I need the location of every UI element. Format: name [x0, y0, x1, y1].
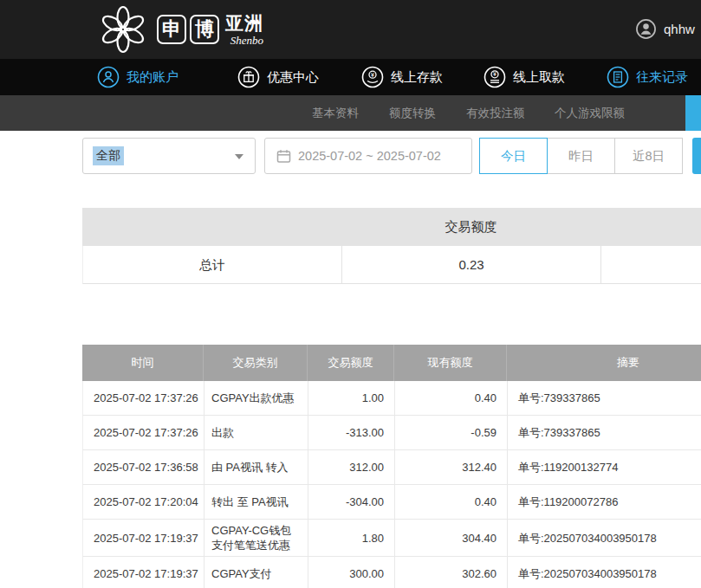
cell-type: 出款 [204, 416, 308, 449]
cell-time: 2025-07-02 17:37:26 [83, 381, 204, 415]
nav-item-label: 线上取款 [513, 69, 565, 86]
svg-text:¥: ¥ [371, 72, 374, 78]
cell-amount: 1.80 [308, 520, 395, 556]
column-header-time: 时间 [82, 345, 204, 381]
user-account[interactable]: qhhw [635, 18, 695, 40]
cell-note: 单号:119200072786 [508, 485, 701, 519]
cell-note: 单号:202507034003950178 [508, 557, 701, 588]
cell-note: 单号:202507034003950178 [508, 520, 701, 556]
cell-type: CGPAY支付 [204, 557, 308, 588]
brand-text-block: 亚洲 Shenbo [225, 13, 263, 47]
calendar-icon [276, 149, 291, 164]
coin-hand-icon: ¥ [361, 66, 384, 88]
cell-type: 转出 至 PA视讯 [204, 485, 308, 519]
column-header-balance: 现有额度 [394, 345, 507, 381]
last-8-days-button[interactable]: 近8日 [614, 138, 683, 174]
subnav-active-tab-partial[interactable] [685, 95, 701, 131]
cell-type: CGPAY出款优惠 [204, 381, 308, 415]
cut-off-blue-button[interactable] [692, 138, 701, 174]
cell-time: 2025-07-02 17:37:26 [83, 416, 204, 449]
cell-time: 2025-07-02 17:20:04 [83, 485, 204, 519]
cell-type: 由 PA视讯 转入 [204, 450, 308, 484]
cell-note: 单号:119200132774 [508, 450, 701, 484]
brand-char-1: 申 [157, 15, 186, 44]
date-range-value: 2025-07-02 ~ 2025-07-02 [298, 139, 441, 173]
filter-bar: 全部 2025-07-02 ~ 2025-07-02 今日 昨日 近8日 [0, 131, 701, 183]
brand-romanized: Shenbo [230, 34, 263, 47]
yesterday-button[interactable]: 昨日 [547, 138, 615, 174]
cell-balance: 304.40 [395, 520, 508, 556]
subnav-item-credit-transfer[interactable]: 额度转换 [389, 95, 436, 131]
nav-item-my-account[interactable]: 我的账户 [97, 59, 178, 95]
table-row: 2025-07-02 17:20:04 转出 至 PA视讯 -304.00 0.… [82, 485, 701, 520]
summary-header-spacer [82, 208, 341, 246]
column-header-note: 摘要 [507, 345, 701, 381]
cell-amount: 312.00 [308, 450, 395, 484]
cell-amount: -313.00 [308, 416, 395, 449]
cell-amount: 1.00 [308, 381, 395, 415]
subnav-item-basic-info[interactable]: 基本资料 [312, 95, 359, 131]
table-row: 2025-07-02 17:37:26 CGPAY出款优惠 1.00 0.40 … [82, 381, 701, 416]
subnav-item-valid-bets[interactable]: 有效投注额 [466, 95, 525, 131]
chevron-down-icon [235, 154, 243, 159]
table-row: 2025-07-02 17:37:26 出款 -313.00 -0.59 单号:… [82, 416, 701, 450]
sub-nav: 基本资料 额度转换 有效投注额 个人游戏限额 [0, 95, 701, 131]
summary-header-spacer-right [600, 208, 701, 246]
nav-item-label: 线上存款 [391, 69, 443, 86]
nav-item-label: 我的账户 [127, 69, 178, 86]
cell-amount: -304.00 [308, 485, 395, 519]
table-row: 2025-07-02 17:19:37 CGPAY支付 300.00 302.6… [82, 557, 701, 588]
table-row: 2025-07-02 17:36:58 由 PA视讯 转入 312.00 312… [82, 450, 701, 485]
svg-text:¥: ¥ [493, 71, 497, 77]
cell-type: CGPAY-CG钱包支付笔笔送优惠 [204, 520, 308, 556]
date-range-field[interactable]: 2025-07-02 ~ 2025-07-02 [264, 138, 472, 174]
nav-item-deposit[interactable]: ¥ 线上存款 [361, 59, 443, 95]
summary-empty-cell [601, 246, 701, 283]
document-yen-icon [607, 66, 629, 88]
nav-item-withdraw[interactable]: ¥ 线上取款 [484, 59, 565, 95]
subnav-item-game-limits[interactable]: 个人游戏限额 [555, 95, 625, 131]
cell-balance: -0.59 [395, 416, 508, 449]
column-header-type: 交易类别 [204, 345, 308, 381]
top-header: 申 博 亚洲 Shenbo qhhw [0, 0, 701, 59]
user-avatar-icon [635, 18, 657, 40]
coin-withdraw-icon: ¥ [484, 66, 506, 88]
cell-amount: 300.00 [308, 557, 395, 588]
summary-total-row: 总计 0.23 [82, 246, 701, 284]
table-header-row: 时间 交易类别 交易额度 现有额度 摘要 [82, 345, 701, 381]
cell-note: 单号:739337865 [508, 381, 701, 415]
gift-icon [237, 66, 260, 88]
category-select-value: 全部 [93, 146, 124, 165]
column-header-amount: 交易额度 [308, 345, 394, 381]
table-row: 2025-07-02 17:19:37 CGPAY-CG钱包支付笔笔送优惠 1.… [82, 520, 701, 557]
cell-time: 2025-07-02 17:19:37 [83, 557, 204, 588]
main-nav: 我的账户 优惠中心 ¥ 线上存款 [0, 59, 701, 95]
transactions-table: 时间 交易类别 交易额度 现有额度 摘要 2025-07-02 17:37:26… [82, 345, 701, 588]
nav-item-promotions[interactable]: 优惠中心 [237, 59, 319, 95]
today-button[interactable]: 今日 [479, 138, 548, 174]
cell-balance: 312.40 [395, 450, 508, 484]
summary-total-value: 0.23 [342, 246, 601, 283]
cell-balance: 0.40 [395, 381, 508, 415]
user-circle-icon [97, 66, 120, 88]
nav-item-records[interactable]: 往来记录 [607, 59, 688, 95]
brand-logo[interactable]: 申 博 亚洲 Shenbo [98, 4, 263, 55]
nav-item-label: 往来记录 [636, 69, 688, 86]
summary-header-label: 交易额度 [341, 208, 600, 246]
cell-balance: 302.60 [395, 557, 508, 588]
cell-time: 2025-07-02 17:19:37 [83, 520, 204, 556]
cell-balance: 0.40 [395, 485, 508, 519]
brand-char-2: 博 [190, 15, 219, 44]
cell-note: 单号:739337865 [508, 416, 701, 449]
username: qhhw [664, 22, 695, 36]
summary-header-row: 交易额度 [82, 208, 701, 246]
brand-region: 亚洲 [225, 13, 263, 34]
summary-table: 交易额度 总计 0.23 [82, 208, 701, 284]
flower-logo-icon [98, 4, 148, 55]
summary-total-label: 总计 [83, 246, 342, 283]
cell-time: 2025-07-02 17:36:58 [83, 450, 204, 484]
category-select[interactable]: 全部 [82, 138, 256, 174]
quick-range-group: 今日 昨日 近8日 [479, 138, 683, 174]
page: 申 博 亚洲 Shenbo qhhw 我的账户 [0, 0, 701, 588]
nav-item-label: 优惠中心 [267, 69, 319, 86]
